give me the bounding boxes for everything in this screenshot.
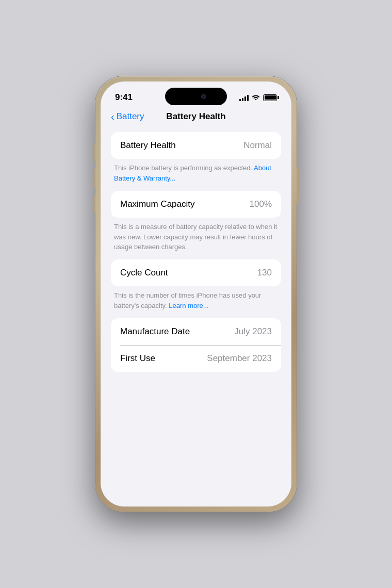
cycle-count-row: Cycle Count 130 [120, 268, 272, 278]
first-use-value: September 2023 [207, 353, 272, 364]
phone-frame: 9:41 [95, 76, 297, 512]
dynamic-island [165, 88, 227, 105]
maximum-capacity-card: Maximum Capacity 100% [111, 191, 281, 218]
wifi-icon [252, 93, 260, 102]
manufacture-date-label: Manufacture Date [120, 326, 190, 337]
first-use-label: First Use [120, 353, 155, 364]
dates-group-card: Manufacture Date July 2023 First Use Sep… [111, 318, 281, 372]
back-button[interactable]: ‹ Battery [111, 111, 144, 122]
battery-health-value: Normal [243, 140, 272, 151]
battery-health-description-container: This iPhone battery is performing as exp… [111, 163, 281, 191]
cycle-count-description-container: This is the number of times iPhone has u… [111, 290, 281, 318]
phone-screen: 9:41 [101, 81, 291, 507]
maximum-capacity-description-container: This is a measure of battery capacity re… [111, 222, 281, 260]
maximum-capacity-row: Maximum Capacity 100% [120, 199, 272, 209]
camera-dot [201, 94, 206, 99]
nav-header: ‹ Battery Battery Health [101, 109, 291, 128]
content-area: Battery Health Normal This iPhone batter… [101, 128, 291, 380]
maximum-capacity-value: 100% [250, 199, 272, 209]
battery-body [263, 94, 277, 101]
manufacture-date-row: Manufacture Date July 2023 [111, 318, 281, 345]
page-title: Battery Health [166, 111, 225, 122]
cycle-count-label: Cycle Count [120, 268, 168, 278]
battery-fill [265, 95, 276, 100]
battery-health-row: Battery Health Normal [120, 140, 272, 151]
signal-bar-2 [242, 98, 243, 101]
cycle-count-value: 130 [257, 268, 272, 278]
manufacture-date-value: July 2023 [234, 326, 272, 337]
battery-health-label: Battery Health [120, 140, 176, 151]
signal-bars-icon [239, 94, 249, 101]
cycle-count-learn-more-link[interactable]: Learn more... [169, 302, 208, 309]
signal-bar-4 [247, 95, 249, 101]
signal-bar-3 [244, 96, 246, 101]
status-time: 9:41 [115, 92, 133, 103]
cycle-count-description: This is the number of times iPhone has u… [114, 291, 261, 309]
status-icons [239, 93, 277, 102]
back-label: Battery [117, 111, 144, 122]
battery-health-description: This iPhone battery is performing as exp… [114, 164, 271, 182]
signal-bar-1 [239, 99, 241, 101]
first-use-row: First Use September 2023 [111, 345, 281, 372]
cycle-count-card: Cycle Count 130 [111, 259, 281, 286]
battery-health-card: Battery Health Normal [111, 132, 281, 159]
maximum-capacity-label: Maximum Capacity [120, 199, 195, 209]
back-chevron-icon: ‹ [111, 111, 115, 122]
maximum-capacity-description: This is a measure of battery capacity re… [114, 223, 277, 251]
battery-icon [263, 94, 277, 101]
